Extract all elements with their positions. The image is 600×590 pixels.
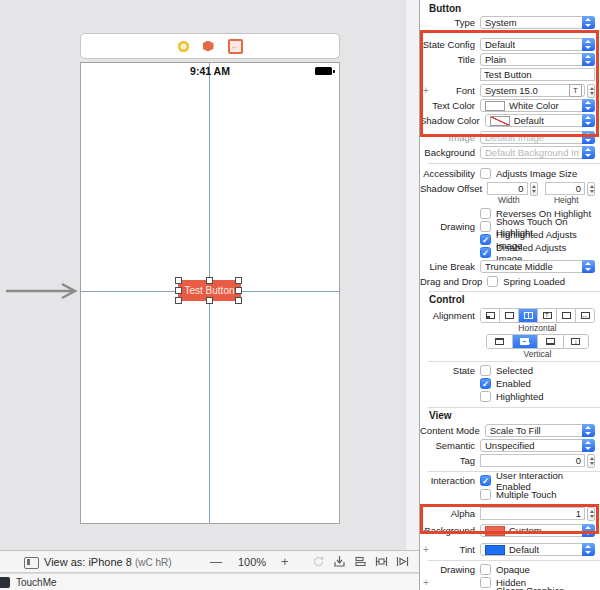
line-break-dropdown[interactable]: Truncate Middle [480,260,595,273]
storyboard-canvas[interactable]: ← 9:41 AM Test Button [0,0,419,550]
align-fill-h-segment[interactable] [576,309,594,322]
align-right-segment[interactable] [557,309,576,322]
add-variation-icon[interactable]: + [423,524,429,537]
align-center-v-segment[interactable] [513,335,539,348]
shadow-offset-row: Shadow Offset [420,182,595,195]
align-text-segment[interactable] [538,309,557,322]
tag-stepper[interactable] [587,454,595,468]
selection-handle[interactable] [175,297,182,304]
tint-dropdown[interactable]: Default [480,543,595,556]
multiple-touch-checkbox[interactable] [480,489,491,500]
align-left-segment[interactable] [500,309,519,322]
align-top-segment[interactable] [487,335,513,348]
text-color-dropdown[interactable]: White Color [480,99,595,112]
selected-checkbox[interactable] [480,365,491,376]
selection-handle[interactable] [206,297,213,304]
user-interaction-checkbox[interactable] [480,475,491,486]
first-responder-icon[interactable] [203,41,214,52]
storyboard-entry-arrow[interactable] [4,282,82,300]
alpha-stepper[interactable] [587,507,595,521]
font-stepper[interactable] [587,84,595,98]
view-controller-icon[interactable] [178,41,189,52]
test-button-label: Test Button [184,285,234,296]
zoom-in-button[interactable]: + [281,554,289,569]
zoom-level[interactable]: 100% [238,556,266,568]
highlighted-checkbox[interactable] [480,391,491,402]
embed-in-stack-icon[interactable] [333,555,346,568]
height-label: Height [538,195,596,205]
scene-dock: ← [80,33,340,59]
test-button[interactable]: Test Button [178,280,241,301]
drag-drop-row: Drag and Drop Spring Loaded [420,275,595,288]
view-as-button[interactable]: View as: iPhone 8 (wC hR) [44,556,172,568]
selection-handle[interactable] [235,287,242,294]
selection-handle[interactable] [235,297,242,304]
font-picker-icon[interactable]: T [569,84,582,97]
dropdown-arrows-icon [582,16,595,29]
highlighted-adjusts-checkbox[interactable] [480,234,491,245]
state-enabled-row: Enabled [420,377,595,390]
align-icon[interactable] [354,555,367,568]
reverses-on-highlight-checkbox[interactable] [480,208,491,219]
spring-loaded-checkbox[interactable] [487,276,498,287]
battery-icon [315,67,332,75]
dropdown-arrows-icon [582,439,595,452]
vertical-label: Vertical [480,349,595,359]
tag-field[interactable] [480,454,585,467]
selection-handle[interactable] [175,287,182,294]
selection-handle[interactable] [175,277,182,284]
align-center-h-segment[interactable] [519,309,538,322]
add-variation-icon[interactable]: + [423,84,429,97]
tag-label: Tag [420,455,475,466]
content-mode-dropdown[interactable]: Scale To Fill [485,424,595,437]
adjusts-image-size-label: Adjusts Image Size [496,168,577,179]
shadow-color-dropdown[interactable]: Default [485,114,595,127]
image-dropdown[interactable]: Default Image [480,131,595,144]
title-text-field[interactable] [480,68,595,81]
zoom-out-button[interactable]: — [210,555,222,569]
add-constraints-icon[interactable] [375,555,388,568]
title-label: Title [420,54,475,65]
shadow-offset-height-stepper[interactable] [587,182,595,196]
content-mode-row: Content Mode Scale To Fill [420,424,595,437]
background-image-dropdown[interactable]: Default Background Image [480,146,595,159]
dropdown-arrows-icon [582,38,595,51]
enabled-checkbox[interactable] [480,378,491,389]
title-mode-dropdown[interactable]: Plain [480,53,595,66]
semantic-dropdown[interactable]: Unspecified [480,439,595,452]
device-configuration-icon[interactable] [24,557,39,569]
resolve-autolayout-icon[interactable] [396,555,409,568]
attributes-inspector: Button Type System State Config Default … [419,0,600,590]
disabled-adjusts-checkbox[interactable] [480,247,491,258]
update-frames-icon[interactable] [312,555,325,568]
selection-handle[interactable] [206,277,213,284]
view-background-dropdown[interactable]: Custom [480,524,595,537]
align-bottom-segment[interactable] [538,335,564,348]
exit-segue-icon[interactable]: ← [228,39,243,54]
align-leading-segment[interactable] [481,309,500,322]
horizontal-sublabel: Horizontal [420,323,595,332]
opaque-checkbox[interactable] [480,564,491,575]
shadow-offset-height-field[interactable] [545,182,585,195]
view-section-header: View [420,408,600,421]
status-bar: 9:41 AM [81,65,339,77]
add-variation-icon[interactable]: + [423,576,429,589]
font-field[interactable]: System 15.0 T [480,84,585,97]
shows-touch-checkbox[interactable] [480,221,491,232]
default-color-swatch [490,116,510,126]
shadow-offset-width-stepper[interactable] [530,182,538,196]
xcode-interface-builder: ← 9:41 AM Test Button [0,0,600,590]
alpha-field[interactable] [480,507,585,520]
add-variation-icon[interactable]: + [423,543,429,556]
dropdown-arrows-icon [582,543,595,556]
white-color-swatch [485,101,505,111]
type-dropdown[interactable]: System [480,16,595,29]
shadow-offset-width-field[interactable] [487,182,527,195]
align-fill-v-segment[interactable] [564,335,589,348]
adjusts-image-size-checkbox[interactable] [480,168,491,179]
canvas-scrollbar-track[interactable] [405,0,419,550]
hidden-checkbox[interactable] [480,577,491,588]
selection-handle[interactable] [235,277,242,284]
drag-drop-label: Drag and Drop [420,276,482,287]
state-config-dropdown[interactable]: Default [480,38,595,51]
